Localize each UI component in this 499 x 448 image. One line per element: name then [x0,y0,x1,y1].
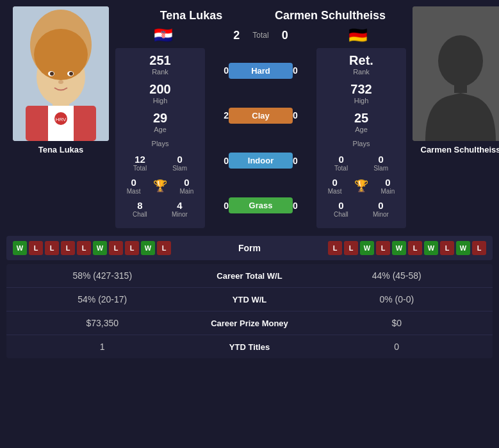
right-main-val: 0 [385,177,390,188]
left-chall-sub: 8 Chall [133,200,147,218]
players-section: HRV Tena Lukas Tena Lukas Carmen Schulth… [6,6,493,231]
left-main-lbl: Main [180,188,194,195]
hard-button[interactable]: Hard [229,63,293,79]
right-total-lbl: Total [334,165,348,172]
left-high-label: High [153,97,168,104]
clay-left-val: 2 [213,110,229,120]
left-rank-value: 251 [149,53,170,68]
form-badge-w: W [93,241,107,255]
form-badge-l: L [109,241,123,255]
bottom-stat-left-3: 1 [13,342,192,352]
right-high-label: High [354,97,369,104]
right-mast-sub: 0 Mast [328,177,342,195]
left-minor-lbl: Minor [172,211,188,218]
clay-right-val: 0 [293,110,309,120]
right-high-block: 732 High [322,82,401,104]
bottom-stat-left-0: 58% (427-315) [13,270,192,281]
hard-left-val: 0 [213,65,229,76]
left-high-value: 200 [149,82,170,97]
left-main-sub: 0 Main [180,177,194,195]
right-form-badges: LLWLWLWLWL [275,241,487,255]
left-player-name: Tena Lukas [38,145,84,154]
form-badge-l: L [376,241,390,255]
right-chall-val: 0 [338,200,343,211]
bottom-stat-label-2: Career Prize Money [192,319,307,328]
left-player-photo: HRV [13,6,109,141]
left-stats-col: 251 Rank 200 High 29 Age Plays [115,48,205,228]
bottom-stat-label-1: YTD W/L [192,295,307,304]
names-row: Tena Lukas Carmen Schultheiss [115,6,406,25]
form-badge-l: L [61,241,75,255]
left-age-label: Age [154,126,167,133]
left-name-top: Tena Lukas [122,9,261,22]
flags-row: 🇭🇷 2 Total 0 🇩🇪 [115,25,406,46]
right-age-label: Age [355,126,368,133]
grass-row: 0 Grass 0 [213,197,309,213]
right-stats-col: Ret. Rank 732 High 25 Age Plays [316,48,406,228]
right-name-top: Carmen Schultheiss [261,9,400,22]
svg-rect-16 [454,80,467,93]
right-main-sub: 0 Main [381,177,395,195]
right-rank-label: Rank [353,68,370,76]
right-total-slam-row: 0 Total 0 Slam [322,154,401,172]
form-badge-l: L [472,241,486,255]
indoor-row: 0 Indoor 0 [213,153,309,169]
right-total-sub: 0 Total [334,154,348,172]
form-badge-w: W [360,241,374,255]
left-plays-block: Plays [120,140,200,147]
left-rank-block: 251 Rank [120,53,200,76]
left-chall-row: 8 Chall 4 Minor [120,200,200,218]
left-mast-row: 0 Mast 🏆 0 Main [120,177,200,195]
right-slam-val: 0 [378,154,383,165]
grass-left-val: 0 [213,201,229,211]
right-main-lbl: Main [381,188,395,195]
right-trophy-icon: 🏆 [354,179,368,193]
left-total-slam-row: 12 Total 0 Slam [120,154,200,172]
svg-text:HRV: HRV [56,117,67,122]
left-high-block: 200 High [120,82,200,104]
left-slam-val: 0 [177,154,182,165]
left-mast-sub: 0 Mast [127,177,141,195]
right-player-card: Carmen Schultheiss [406,6,499,231]
hard-right-val: 0 [293,65,309,76]
right-chall-row: 0 Chall 0 Minor [322,200,401,218]
clay-button[interactable]: Clay [229,108,293,124]
bottom-stat-label-0: Career Total W/L [192,271,307,281]
indoor-button[interactable]: Indoor [229,153,293,169]
bottom-stat-left-2: $73,350 [13,318,192,328]
right-flag: 🇩🇪 [348,26,368,44]
bottom-stat-row-3: 1YTD Titles0 [6,335,493,358]
left-chall-lbl: Chall [133,211,147,218]
form-badge-l: L [29,241,43,255]
right-age-block: 25 Age [322,111,401,133]
grass-button[interactable]: Grass [229,197,293,213]
right-player-photo [413,6,499,141]
stats-middle: 251 Rank 200 High 29 Age Plays [115,46,406,231]
left-total-lbl: Total [133,165,147,172]
bottom-stat-row-1: 54% (20-17)YTD W/L0% (0-0) [6,288,493,311]
left-plays-label: Plays [152,140,169,147]
svg-point-15 [438,35,483,87]
left-age-block: 29 Age [120,111,200,133]
right-plays-label: Plays [353,140,370,147]
left-mast-val: 0 [131,177,136,188]
left-mast-lbl: Mast [127,188,141,195]
bottom-stats-container: 58% (427-315)Career Total W/L44% (45-58)… [6,264,493,358]
right-slam-sub: 0 Slam [373,154,388,172]
form-badge-l: L [344,241,358,255]
bottom-stat-label-3: YTD Titles [192,342,307,352]
left-total-score: 2 [233,29,240,42]
right-rank-value: Ret. [349,53,373,68]
form-badge-l: L [408,241,422,255]
left-rank-label: Rank [152,68,168,76]
right-total-score: 0 [282,29,288,42]
total-label: Total [252,31,268,40]
indoor-right-val: 0 [293,156,309,166]
indoor-left-val: 0 [213,156,229,166]
form-section: WLLLLWLLWL Form LLWLWLWLWL [6,236,493,260]
main-container: HRV Tena Lukas Tena Lukas Carmen Schulth… [0,0,499,365]
right-player-name: Carmen Schultheiss [421,145,500,154]
hard-row: 0 Hard 0 [213,63,309,79]
player-stats-col: Tena Lukas Carmen Schultheiss 🇭🇷 2 Total… [115,6,406,231]
bottom-stat-row-2: $73,350Career Prize Money$0 [6,311,493,335]
